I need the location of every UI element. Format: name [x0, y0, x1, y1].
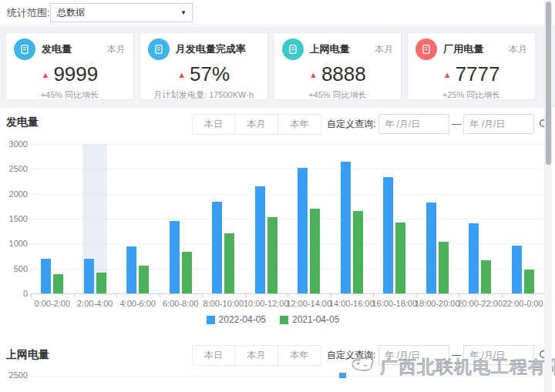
dropdown-arrow-icon: ▼ — [180, 4, 187, 22]
x-axis-tick — [116, 294, 117, 297]
generation-query-controls: 本日 本月 本年 自定义查询: — — [192, 113, 552, 135]
gridline — [31, 169, 544, 169]
card-grid-energy: 上网电量 本月 ▲8888 +45% 同比增长 — [274, 32, 402, 100]
card-title: 月发电量完成率 — [176, 42, 246, 56]
card-value: ▲7777 — [415, 62, 527, 86]
section-title-generation: 发电量 — [6, 116, 39, 129]
vertical-scrollbar[interactable] — [544, 0, 552, 392]
bar-2022-04-05[interactable] — [383, 177, 393, 293]
custom-query-label: 自定义查询: — [327, 118, 375, 131]
bar-2021-04-05[interactable] — [481, 260, 491, 293]
trend-up-icon: ▲ — [443, 70, 452, 79]
card-note: +25% 同比增长 — [415, 89, 527, 101]
y-axis-label: 1500 — [2, 214, 28, 223]
card-period-tag: 本月 — [509, 43, 527, 56]
legend-label: 2021-04-05 — [292, 314, 339, 325]
y-axis-label: 1000 — [2, 239, 28, 248]
card-title: 发电量 — [42, 42, 72, 56]
bar-2022-04-05[interactable] — [341, 162, 351, 293]
y-axis-label: 0 — [2, 289, 28, 298]
card-note: +45% 同比增长 — [282, 89, 394, 101]
bar-2022-04-05[interactable] — [84, 259, 94, 293]
bar-2022-04-05[interactable] — [212, 202, 222, 293]
y-axis-label: 500 — [2, 264, 28, 273]
range-button-group: 本日 本月 本年 — [192, 114, 321, 135]
bar-2021-04-05[interactable] — [224, 233, 234, 293]
bar-2021-04-05[interactable] — [182, 252, 192, 293]
gridline — [31, 144, 544, 145]
date-end-input[interactable] — [463, 114, 534, 134]
document-icon — [282, 39, 304, 60]
bar-2022-04-05[interactable] — [126, 246, 136, 293]
bar-2021-04-05[interactable] — [395, 223, 405, 293]
legend-swatch — [207, 316, 215, 324]
chart-legend: 2022-04-052021-04-05 — [0, 314, 546, 325]
bar-2021-04-05[interactable] — [310, 209, 320, 293]
gridline — [31, 194, 544, 195]
legend-swatch — [280, 316, 288, 324]
range-month-button[interactable]: 本月 — [235, 114, 278, 135]
trend-up-icon: ▲ — [177, 70, 186, 79]
range-month-button[interactable]: 本月 — [235, 345, 278, 366]
range-today-button[interactable]: 本日 — [192, 114, 235, 135]
section-title-grid-energy: 上网电量 — [6, 348, 49, 362]
bar-partial[interactable] — [339, 373, 346, 378]
bar-2022-04-05[interactable] — [298, 168, 308, 293]
gridline — [31, 269, 544, 270]
date-start-input[interactable] — [378, 345, 449, 365]
card-period-tag: 本月 — [375, 43, 393, 56]
y-axis-label: 2500 — [2, 164, 28, 173]
bar-2021-04-05[interactable] — [353, 211, 363, 293]
x-axis-tick — [416, 294, 417, 297]
bar-2021-04-05[interactable] — [96, 273, 106, 293]
bar-2021-04-05[interactable] — [53, 274, 63, 293]
scrollbar-thumb[interactable] — [546, 2, 551, 165]
date-start-input[interactable] — [378, 114, 449, 134]
y-axis-label: 2500 — [2, 370, 28, 380]
power-dashboard-page: 统计范围: 总数据 ▼ 发电量 本月 ▲9999 +45% 同比增长 月发电 — [0, 0, 555, 392]
stat-scope-select[interactable]: 总数据 ▼ — [50, 3, 193, 22]
range-today-button[interactable]: 本日 — [192, 345, 235, 366]
card-generation: 发电量 本月 ▲9999 +45% 同比增长 — [5, 32, 134, 100]
range-year-button[interactable]: 本年 — [278, 345, 321, 366]
card-title: 上网电量 — [310, 42, 350, 56]
bar-2021-04-05[interactable] — [267, 217, 278, 293]
bar-2022-04-05[interactable] — [426, 203, 436, 293]
x-axis-tick — [373, 294, 374, 297]
gridline — [31, 219, 544, 219]
bar-2021-04-05[interactable] — [439, 242, 449, 293]
card-period-tag: 本月 — [107, 43, 126, 56]
x-axis-tick — [459, 294, 459, 297]
legend-item-2022-04-05[interactable]: 2022-04-05 — [207, 314, 266, 325]
x-axis-tick — [160, 294, 160, 297]
card-title: 厂用电量 — [443, 42, 483, 56]
card-value: ▲57% — [148, 62, 260, 86]
bar-2022-04-05[interactable] — [41, 259, 51, 293]
bar-2021-04-05[interactable] — [524, 270, 534, 293]
legend-item-2021-04-05[interactable]: 2021-04-05 — [280, 314, 339, 325]
generation-bar-chart[interactable]: 0500100015002000250030000:00-2:002:00-4:… — [0, 140, 546, 333]
bar-2022-04-05[interactable] — [469, 223, 479, 293]
bar-2022-04-05[interactable] — [512, 246, 522, 293]
card-note: +45% 同比增长 — [14, 89, 126, 101]
card-value-number: 8888 — [321, 62, 366, 85]
stat-scope-label: 统计范围: — [7, 0, 50, 25]
date-range-separator: — — [452, 350, 461, 360]
bar-2022-04-05[interactable] — [170, 221, 180, 293]
x-axis-tick — [202, 294, 203, 297]
date-end-input[interactable] — [463, 345, 534, 365]
card-value: ▲8888 — [282, 62, 394, 86]
x-axis-tick — [502, 294, 503, 297]
x-axis-tick — [31, 294, 32, 297]
y-axis-label: 3000 — [2, 139, 28, 149]
card-plant-usage: 厂用电量 本月 ▲7777 +25% 同比增长 — [407, 32, 536, 100]
document-icon — [415, 39, 437, 60]
bar-2021-04-05[interactable] — [139, 266, 149, 293]
gridline — [31, 243, 544, 244]
date-range-separator: — — [452, 119, 461, 129]
range-year-button[interactable]: 本年 — [278, 114, 321, 135]
x-axis-tick — [245, 294, 246, 297]
y-axis-label: 2000 — [2, 189, 28, 199]
grid-energy-bar-chart[interactable]: 2500 — [0, 368, 546, 392]
bar-2022-04-05[interactable] — [255, 186, 265, 293]
